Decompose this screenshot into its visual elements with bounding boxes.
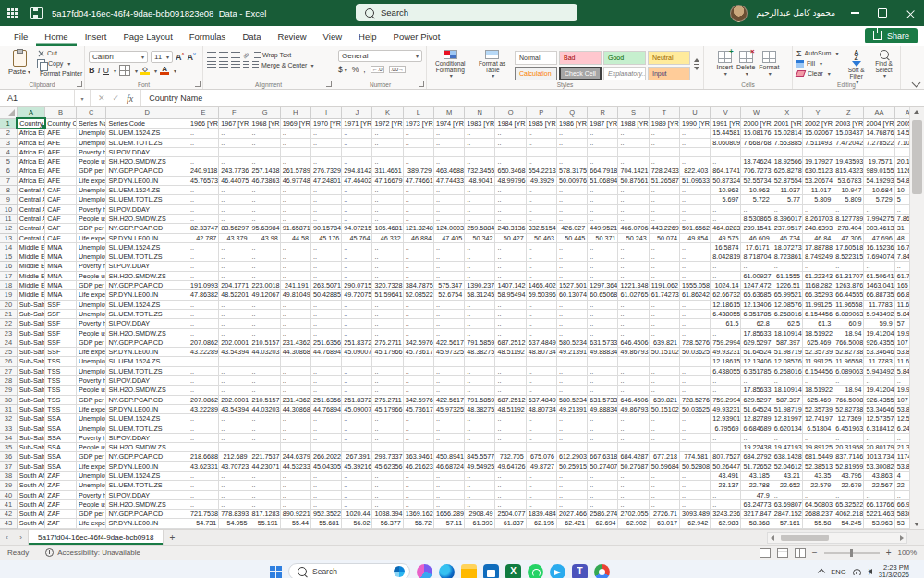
row-header-3[interactable]: 3: [0, 138, 17, 147]
cell[interactable]: 56.377: [372, 519, 403, 528]
col-header-T[interactable]: T: [649, 107, 679, 118]
cell[interactable]: ..: [526, 366, 556, 375]
cell[interactable]: ..: [433, 271, 464, 280]
col-header-C[interactable]: C: [76, 107, 106, 118]
cell[interactable]: 56.72: [403, 519, 433, 528]
cell[interactable]: 204.1771: [219, 281, 249, 290]
cell[interactable]: ..: [403, 471, 433, 480]
cell[interactable]: 687.2512: [495, 395, 526, 404]
align-top-icon[interactable]: [207, 52, 216, 59]
cell[interactable]: ..: [649, 252, 679, 262]
cell[interactable]: ..: [618, 424, 649, 433]
cell[interactable]: ..: [679, 157, 710, 166]
cell[interactable]: 7.472042: [833, 138, 864, 147]
cell[interactable]: CAF: [45, 204, 77, 214]
cell[interactable]: ..: [495, 129, 526, 138]
merge-center-button[interactable]: Merge & Center▾: [261, 62, 313, 68]
cell[interactable]: ..: [465, 262, 495, 271]
cell[interactable]: ..: [249, 214, 280, 223]
cell[interactable]: 952.3522: [310, 510, 341, 519]
cell[interactable]: ..: [188, 271, 218, 280]
cell[interactable]: Poverty h: [76, 433, 106, 442]
cell[interactable]: 5221.463: [864, 510, 894, 519]
cell[interactable]: 890.9221: [280, 510, 310, 519]
cell[interactable]: ..: [679, 252, 710, 262]
cell[interactable]: ..: [556, 195, 587, 204]
cell[interactable]: ..: [403, 319, 433, 328]
cell[interactable]: ..: [433, 424, 464, 433]
cell[interactable]: CAF: [45, 214, 77, 223]
cell[interactable]: ..: [864, 147, 894, 156]
cell[interactable]: 54.19293: [864, 176, 894, 185]
cell[interactable]: 1971 [YR1971]: [342, 118, 372, 129]
cell[interactable]: ..: [188, 147, 218, 156]
cell[interactable]: 18.51922: [802, 328, 833, 338]
cell[interactable]: ..: [526, 195, 556, 204]
cell[interactable]: 12.57357: [864, 414, 894, 424]
cell[interactable]: SI.POV.DDAY: [106, 204, 188, 214]
cell[interactable]: ..: [618, 319, 649, 328]
cell[interactable]: 2001 [YR2001]: [772, 118, 802, 129]
cell[interactable]: SSA: [45, 452, 77, 461]
cell[interactable]: ..: [249, 147, 280, 156]
fill-button[interactable]: Fill▾: [796, 59, 841, 68]
cell[interactable]: ..: [556, 204, 587, 214]
row-header-33[interactable]: 33: [0, 424, 17, 433]
cell[interactable]: 48.80734: [526, 404, 556, 413]
cell[interactable]: AFE: [45, 176, 77, 185]
cell[interactable]: ..: [618, 357, 649, 366]
cell[interactable]: ..: [403, 309, 433, 318]
cell[interactable]: 791.5859: [465, 395, 495, 404]
cell[interactable]: ZAF: [45, 471, 77, 480]
insert-function-icon[interactable]: fx: [127, 93, 133, 104]
cell[interactable]: 210.5157: [249, 338, 280, 347]
cell[interactable]: ..: [495, 147, 526, 156]
cell[interactable]: ..: [372, 157, 403, 166]
cell[interactable]: 815.4323: [833, 166, 864, 176]
cell[interactable]: ..: [772, 204, 802, 214]
cell[interactable]: GDP per c: [76, 338, 106, 347]
cell[interactable]: ..: [433, 147, 464, 156]
cell[interactable]: ..: [342, 471, 372, 480]
cell[interactable]: 52.38513: [802, 461, 833, 471]
row-header-17[interactable]: 17: [0, 271, 17, 280]
cell[interactable]: 48.38275: [465, 348, 495, 357]
cell[interactable]: ..: [433, 242, 464, 252]
style-chip-input[interactable]: Input: [648, 67, 690, 80]
excel-app-icon[interactable]: [0, 0, 24, 26]
cell[interactable]: 7.511493: [802, 138, 833, 147]
cell[interactable]: ..: [588, 357, 618, 366]
cell[interactable]: People us: [76, 271, 106, 280]
cell[interactable]: GDP per c: [76, 395, 106, 404]
cell[interactable]: 61.3: [802, 319, 833, 328]
cell[interactable]: 43.22289: [188, 348, 218, 357]
cell[interactable]: ..: [618, 271, 649, 280]
language-indicator[interactable]: ENG: [831, 568, 845, 576]
clock[interactable]: 2:23 PM 31/3/2026: [879, 564, 909, 578]
cell[interactable]: ..: [188, 433, 218, 442]
cell[interactable]: ..: [495, 414, 526, 424]
sort-filter-button[interactable]: AZ Sort & Filter▾: [844, 49, 869, 80]
cell[interactable]: 303.4613: [864, 224, 894, 233]
col-header-Q[interactable]: Q: [556, 107, 587, 118]
cell[interactable]: 52.87554: [772, 176, 802, 185]
cell[interactable]: ..: [618, 129, 649, 138]
cell[interactable]: ZAF: [45, 510, 77, 519]
cell[interactable]: ..: [280, 271, 310, 280]
conditional-formatting-button[interactable]: Conditional Formatting▾: [431, 49, 470, 80]
cell[interactable]: ..: [679, 271, 710, 280]
menu-tab-power-pivot[interactable]: Power Pivot: [385, 26, 449, 46]
active-sheet-tab[interactable]: 5a17fd04-16ec-46f4-9dae-bcb0918: [28, 530, 164, 545]
cell[interactable]: 51.98719: [772, 348, 802, 357]
cell[interactable]: ..: [588, 252, 618, 262]
cell[interactable]: 60.9: [833, 319, 864, 328]
cell[interactable]: Poverty h: [76, 147, 106, 156]
menu-tab-help[interactable]: Help: [350, 26, 385, 46]
formula-input[interactable]: Country Name: [141, 90, 924, 106]
cell[interactable]: 631.5733: [588, 338, 618, 347]
cell[interactable]: 1986 [YR1986]: [556, 118, 587, 129]
cell[interactable]: ..: [526, 328, 556, 338]
cell[interactable]: 8.127789: [833, 214, 864, 223]
cell[interactable]: ..: [618, 214, 649, 223]
cell[interactable]: ..: [465, 443, 495, 452]
